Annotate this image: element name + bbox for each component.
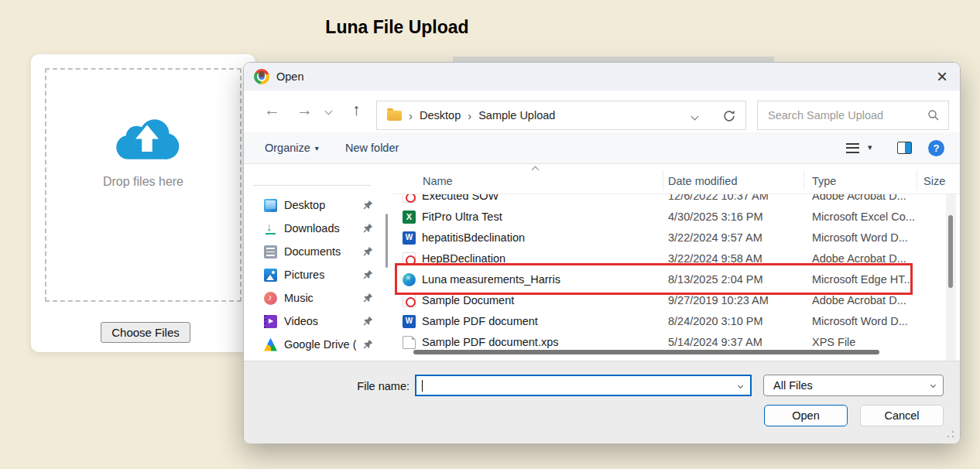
column-separator [663,170,663,190]
sidebar-item-google-drive[interactable]: Google Drive ( [244,333,392,356]
close-icon[interactable]: × [937,65,947,88]
choose-files-button[interactable]: Choose Files [101,322,190,343]
column-separator [917,170,917,190]
file-type-chevron-down-icon [930,382,936,388]
file-row-sample-pdf-document[interactable]: Sample PDF document 8/24/2020 3:10 PM Mi… [392,311,960,332]
forward-icon[interactable]: → [296,101,313,119]
cancel-button[interactable]: Cancel [860,405,944,426]
search-icon [927,109,940,122]
pdf-icon [403,294,416,307]
breadcrumb-desktop[interactable]: Desktop [420,109,461,122]
page-background: Luna File Upload Drop files here Choose … [0,0,980,469]
folder-icon [387,111,402,121]
text-caret [422,380,423,392]
new-folder-button[interactable]: New folder [345,132,399,163]
file-row-fitpro-ultra-test[interactable]: FitPro Ultra Test 4/30/2025 3:16 PM Micr… [392,207,960,228]
file-name-label: File name: [321,380,409,392]
breadcrumb-sample-upload[interactable]: Sample Upload [478,109,555,122]
address-chevron-down-icon[interactable] [691,113,699,121]
help-icon[interactable]: ? [928,140,944,156]
caret-down-icon: ▾ [315,144,319,152]
sidebar-item-pictures[interactable]: Pictures [244,263,392,286]
sidebar: Desktop Downloads Documents [244,164,392,361]
open-dialog: Open × ← → ↑ › Desktop › Sample Upload [243,62,961,443]
preview-pane-icon[interactable] [897,142,912,154]
chrome-profile-icon [254,69,269,84]
column-header-name[interactable]: Name [423,164,453,198]
recent-locations-chevron-icon[interactable] [325,108,333,115]
dialog-titlebar: Open × [244,63,960,91]
sidebar-item-desktop[interactable]: Desktop [244,193,392,217]
sort-ascending-icon [532,166,540,174]
file-type-value: All Files [773,375,813,395]
pin-icon [362,245,374,257]
sidebar-item-downloads[interactable]: Downloads [244,217,392,240]
view-caret-down-icon[interactable]: ▾ [868,142,872,152]
file-type-select[interactable]: All Files [763,375,944,396]
desktop-icon [264,199,277,212]
excel-icon [403,211,416,224]
up-icon[interactable]: ↑ [352,101,361,119]
documents-icon [264,245,277,258]
pin-icon [362,269,374,280]
cloud-upload-icon [110,108,184,167]
sidebar-item-documents[interactable]: Documents [244,240,392,263]
column-header-type[interactable]: Type [812,164,836,198]
downloads-icon [264,222,277,235]
file-name-chevron-down-icon[interactable] [738,383,743,389]
file-name-input[interactable] [421,377,723,394]
dialog-navbar: ← → ↑ › Desktop › Sample Upload [244,91,960,132]
pin-icon [362,338,374,350]
dialog-footer: File name: All Files Open Cancel [244,361,960,443]
back-icon[interactable]: ← [264,101,280,119]
file-list: Name Date modified Type Size Executed SO… [392,164,960,361]
pin-icon [362,222,374,234]
sidebar-divider [253,185,371,186]
dropzone[interactable]: Drop files here [45,68,242,302]
organize-menu[interactable]: Organize▾ [265,132,319,164]
search-input[interactable] [768,102,923,128]
pin-icon [362,199,374,211]
list-view-icon[interactable] [846,143,859,153]
breadcrumb-separator: › [468,109,471,122]
list-header: Name Date modified Type Size [392,164,960,194]
file-name-combo [415,375,752,396]
column-header-size[interactable]: Size [923,164,945,198]
resize-grip[interactable] [947,430,954,438]
column-header-date-modified[interactable]: Date modified [668,164,737,198]
column-separator [804,170,804,190]
pictures-icon [264,269,277,282]
pin-icon [362,292,374,303]
upload-card: Drop files here Choose Files [31,54,255,352]
word-icon [403,315,416,328]
word-icon [403,231,416,245]
breadcrumb-separator: › [409,109,413,122]
address-bar[interactable]: › Desktop › Sample Upload [376,101,746,130]
search-box [757,101,949,130]
xps-icon [403,336,416,349]
refresh-icon[interactable] [722,109,736,123]
file-row-hepatitisbdeclination[interactable]: hepatitisBdeclination 3/22/2024 9:57 AM … [392,228,960,248]
pin-icon [362,315,374,327]
open-button[interactable]: Open [764,405,848,426]
gdrive-icon [264,338,277,351]
sidebar-item-videos[interactable]: Videos [244,310,392,333]
highlight-annotation [395,263,913,295]
dialog-title: Open [276,63,303,91]
dialog-content: Desktop Downloads Documents [244,164,960,361]
sidebar-item-music[interactable]: Music [244,286,392,310]
dropzone-label: Drop files here [46,175,240,189]
dialog-toolbar: Organize▾ New folder ▾ ? [244,132,960,164]
horizontal-scrollbar[interactable] [413,350,879,354]
sidebar-scrollbar[interactable] [385,214,388,268]
videos-icon [264,315,277,328]
page-title: Luna File Upload [0,17,794,38]
music-icon [264,292,277,305]
